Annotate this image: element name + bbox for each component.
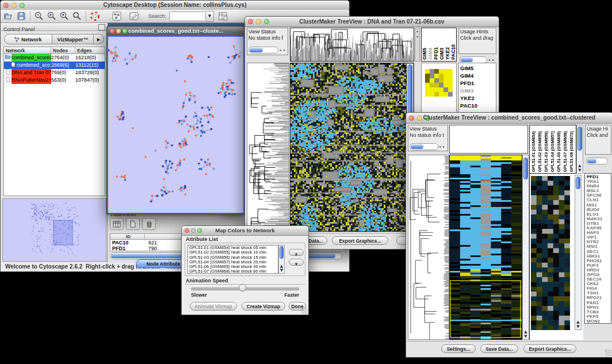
tv2-column-dendrogram[interactable]: [449, 125, 528, 154]
scroll-down-icon[interactable]: ▼: [575, 325, 581, 329]
annotation-icon[interactable]: [128, 11, 140, 21]
resize-grip[interactable]: [301, 308, 308, 314]
animate-vizmap-button[interactable]: Animate Vizmap: [190, 302, 237, 311]
close-icon[interactable]: [409, 116, 414, 121]
vscroll-thumb[interactable]: [280, 246, 284, 259]
resize-grip[interactable]: [605, 350, 611, 356]
col-nodes[interactable]: Nodes: [51, 47, 75, 54]
zoom-window-icon[interactable]: [197, 228, 202, 233]
gene-label[interactable]: GIM3: [460, 87, 496, 94]
minimize-icon[interactable]: [116, 29, 121, 33]
network1-titlebar[interactable]: combined_scores_good.txt--cluste...: [107, 26, 244, 36]
tv2-labels-vscrollbar[interactable]: ▲ ▼: [576, 125, 583, 174]
tv2-heatmap[interactable]: [449, 155, 522, 340]
open-file-icon[interactable]: [3, 11, 14, 21]
tv2-status-scrollbar[interactable]: [410, 143, 438, 150]
column-label[interactable]: GPL51-04 (GSM857): [550, 131, 556, 172]
treeview2-titlebar[interactable]: ClusterMaker TreeView : combined_scores_…: [406, 113, 612, 124]
scroll-down-icon[interactable]: ▼: [523, 335, 529, 339]
network-canvas-1[interactable]: [108, 37, 242, 212]
scroll-arrows[interactable]: ◂ ▸: [439, 143, 445, 150]
tv1-column-dendrogram[interactable]: [290, 28, 414, 62]
zoom-window-icon[interactable]: [264, 19, 269, 24]
tv2-heat-vscrollbar[interactable]: ▲ ▼: [522, 155, 529, 340]
col-id[interactable]: ID: [110, 234, 145, 240]
zoom-in-icon[interactable]: [46, 11, 58, 21]
save-data-button[interactable]: Save Data...: [480, 344, 518, 353]
scroll-down-icon[interactable]: ▼: [577, 168, 583, 173]
column-label[interactable]: GPL51-02 (GSM855): [537, 131, 544, 172]
create-vizmap-button[interactable]: Create Vizmap: [242, 302, 285, 311]
col-edges[interactable]: Edges: [75, 47, 105, 54]
vscroll-thumb[interactable]: [576, 177, 580, 189]
column-label[interactable]: PFD1: [433, 47, 439, 60]
column-label[interactable]: GIM3: [439, 48, 445, 60]
tv2-row-dendrogram[interactable]: [408, 155, 449, 340]
attribute-table-icon[interactable]: [217, 11, 229, 21]
save-icon[interactable]: [16, 11, 27, 21]
tv1-status-scrollbar[interactable]: [248, 47, 278, 53]
column-label[interactable]: PAC10: [450, 44, 456, 60]
scroll-up-icon[interactable]: ▲: [575, 320, 581, 324]
close-icon[interactable]: [110, 29, 114, 33]
column-label[interactable]: GPL51-08 (GSM872): [569, 131, 575, 172]
help-lifering-icon[interactable]: [89, 11, 101, 21]
scroll-arrows[interactable]: ◂ ▸: [280, 47, 286, 53]
tv1-coltree-strip[interactable]: ▴▾: [415, 28, 420, 62]
search-dropdown-icon[interactable]: ▼: [206, 11, 214, 22]
close-icon[interactable]: [248, 19, 253, 24]
network-row-selected[interactable]: combined_sco 2569(6) 13112(15): [4, 62, 105, 69]
gene-label[interactable]: GIM4: [460, 72, 496, 79]
minimize-icon[interactable]: [256, 19, 261, 24]
gene-label[interactable]: PAC10: [460, 102, 496, 109]
export-graphics-button[interactable]: Export Graphics...: [332, 236, 388, 245]
column-label[interactable]: YKE2: [445, 47, 450, 60]
network-row[interactable]: RNAPuberNov2+ 563(0) 107847(0): [4, 76, 105, 84]
tv1-row-dendrogram[interactable]: [247, 63, 289, 232]
zoom-selected-icon[interactable]: [59, 11, 70, 21]
gene-label[interactable]: MON2: [587, 319, 611, 324]
zoom-window-icon[interactable]: [425, 116, 430, 121]
export-graphics-button[interactable]: Export Graphics...: [523, 344, 576, 353]
gene-label[interactable]: PFD1: [460, 79, 496, 87]
move-down-button[interactable]: ∨: [289, 259, 304, 266]
main-titlebar[interactable]: Cytoscape Desktop (Session Name: collins…: [1, 1, 349, 10]
list-item[interactable]: GPL51-07 (GSM868) heat shock 60 min: [188, 269, 278, 274]
scroll-down-icon[interactable]: ▼: [279, 269, 284, 273]
move-up-button[interactable]: ∧: [289, 249, 304, 256]
network-row[interactable]: DNA and Tran 07 769(0) 183728(0): [4, 69, 105, 76]
zoom-window-icon[interactable]: [123, 29, 127, 33]
treeview1-titlebar[interactable]: ClusterMaker TreeView : DNA and Tran 07-…: [245, 17, 499, 27]
tab-network[interactable]: Network: [4, 34, 52, 44]
attribute-select-icon[interactable]: [110, 218, 124, 230]
column-label[interactable]: GPL51-07 (GSM868): [563, 131, 569, 172]
zoom-out-icon[interactable]: [33, 11, 45, 21]
gene-label[interactable]: GIM5: [460, 64, 496, 72]
settings-button[interactable]: Settings...: [441, 344, 476, 353]
tv2-zoom-heatmap[interactable]: [531, 176, 570, 330]
zoom-fit-icon[interactable]: [71, 11, 83, 21]
col-network[interactable]: Network: [4, 47, 51, 54]
tab-more-arrow[interactable]: ▶: [94, 34, 104, 44]
dialog-titlebar[interactable]: Map Colors to Network: [182, 226, 308, 236]
scroll-up-icon[interactable]: ▲: [523, 330, 529, 334]
column-label[interactable]: GPL51-03 (GSM856): [544, 131, 550, 172]
vscroll-thumb[interactable]: [523, 158, 528, 179]
new-attribute-icon[interactable]: [126, 218, 140, 230]
column-label[interactable]: GIM5: [422, 48, 427, 60]
float-panel-icon[interactable]: [98, 24, 105, 30]
network-overview-icon[interactable]: [111, 11, 123, 21]
attribute-list-vscrollbar[interactable]: ▲ ▼: [278, 245, 285, 274]
vscroll-thumb[interactable]: [577, 127, 582, 151]
close-icon[interactable]: [185, 228, 189, 233]
network-row[interactable]: combined_scores 2764(0) 16218(0): [4, 54, 105, 62]
zoom-window-icon[interactable]: [20, 3, 25, 8]
column-label[interactable]: GIM4: [427, 48, 433, 60]
minimize-icon[interactable]: [12, 3, 17, 8]
column-label[interactable]: GPL51-01 (GSM854): [531, 131, 537, 172]
scroll-up-icon[interactable]: ▲: [577, 164, 583, 168]
close-icon[interactable]: [3, 3, 9, 8]
minimize-icon[interactable]: [417, 116, 422, 121]
tab-vizmapper[interactable]: VizMapper™: [52, 34, 94, 44]
speed-slider-thumb[interactable]: [239, 284, 246, 292]
